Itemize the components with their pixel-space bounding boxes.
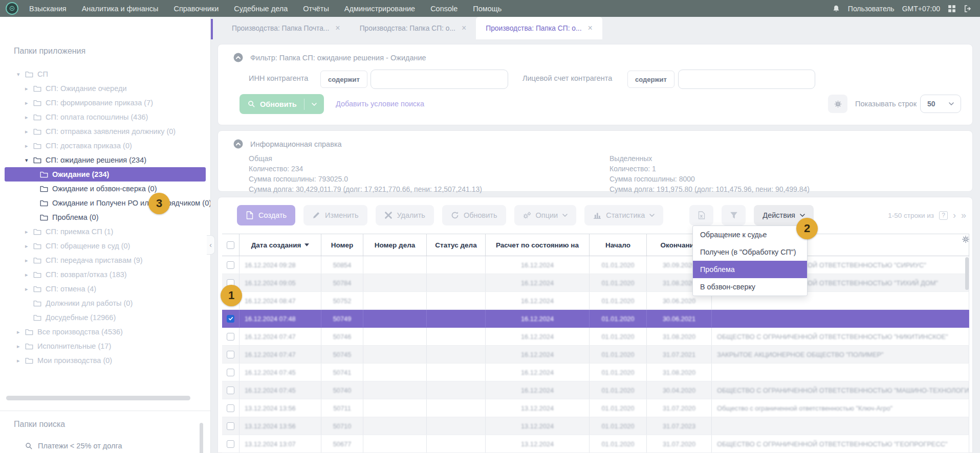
create-button[interactable]: Создать bbox=[237, 205, 295, 225]
nav-item-2[interactable]: Аналитика и финансы bbox=[82, 5, 159, 13]
column-header-number[interactable]: Номер bbox=[321, 234, 363, 256]
table-row[interactable]: 16.12.2024 09:285085416.12.202401.01.202… bbox=[222, 256, 969, 274]
delete-button[interactable]: Удалить bbox=[376, 205, 434, 225]
nav-item-8[interactable]: Помощь bbox=[473, 5, 502, 13]
table-row[interactable]: 16.12.2024 08:475075216.12.202401.01.202… bbox=[222, 292, 969, 310]
tree-collapsed-arrow-icon[interactable]: ▸ bbox=[25, 243, 33, 250]
column-header-select[interactable] bbox=[222, 234, 239, 256]
table-row[interactable]: 16.12.2024 07:475074516.12.202401.01.202… bbox=[222, 346, 969, 364]
select-all-checkbox[interactable] bbox=[227, 241, 234, 249]
row-checkbox[interactable] bbox=[227, 440, 234, 448]
app-logo-icon[interactable] bbox=[6, 2, 18, 15]
sidebar-collapse-handle[interactable]: ‹ bbox=[207, 235, 215, 255]
close-tab-icon[interactable]: × bbox=[335, 24, 340, 32]
tree-collapsed-arrow-icon[interactable]: ▸ bbox=[25, 257, 33, 264]
tab-1[interactable]: Производства: Папка Почта...× bbox=[222, 17, 350, 39]
filter-settings-gear-icon[interactable] bbox=[828, 95, 847, 113]
column-header-calc-date[interactable]: Расчет по состоянию на bbox=[486, 234, 590, 256]
tree-item[interactable]: ▸СП: отправка заявления должнику (0) bbox=[0, 124, 210, 139]
tree-collapsed-arrow-icon[interactable]: ▸ bbox=[25, 128, 33, 135]
nav-item-7[interactable]: Console bbox=[430, 5, 458, 13]
tab-3[interactable]: Производства: Папка СП: о...× bbox=[476, 17, 602, 39]
user-menu[interactable]: Пользователь bbox=[848, 5, 895, 13]
actions-menu-item[interactable]: Проблема bbox=[693, 261, 807, 278]
add-search-condition-link[interactable]: Добавить условие поиска bbox=[336, 100, 424, 108]
tree-item[interactable]: Ожидание и обзвон-сверка (0) bbox=[0, 182, 210, 196]
table-row[interactable]: 16.12.2024 07:455074016.12.202401.01.202… bbox=[222, 381, 969, 399]
total-count-unknown-button[interactable]: ? bbox=[939, 211, 948, 220]
tree-item[interactable]: ▾СП bbox=[0, 67, 210, 81]
collapse-info-icon[interactable] bbox=[233, 139, 243, 149]
tree-item[interactable]: ▸Мои производства (0) bbox=[0, 353, 210, 368]
nav-item-3[interactable]: Справочники bbox=[173, 5, 219, 13]
table-row[interactable]: 16.12.2024 09:055078416.12.202401.01.202… bbox=[222, 274, 969, 292]
row-checkbox[interactable] bbox=[227, 404, 234, 412]
actions-menu-item[interactable]: В обзвон-сверку bbox=[693, 278, 807, 296]
tree-collapsed-arrow-icon[interactable]: ▸ bbox=[25, 114, 33, 121]
row-checkbox[interactable] bbox=[227, 333, 234, 341]
table-row[interactable]: 13.12.2024 13:565071113.12.202401.01.202… bbox=[222, 399, 969, 417]
tree-item[interactable]: ▸СП: приемка СП (1) bbox=[0, 224, 210, 239]
next-page-icon[interactable]: › bbox=[953, 211, 956, 220]
row-checkbox[interactable] bbox=[227, 422, 234, 430]
inn-input[interactable] bbox=[371, 70, 508, 89]
nav-item-1[interactable]: Взыскания bbox=[29, 5, 67, 13]
row-checkbox[interactable] bbox=[227, 261, 234, 269]
tree-item[interactable]: ▸СП: отмена (4) bbox=[0, 282, 210, 296]
tree-item[interactable]: ▸СП: возврат/отказ (183) bbox=[0, 267, 210, 282]
actions-menu-item[interactable]: Получен (в "Обработку СП") bbox=[693, 243, 807, 261]
tree-collapsed-arrow-icon[interactable]: ▸ bbox=[17, 343, 25, 350]
tree-item[interactable]: ▸Все производства (4536) bbox=[0, 325, 210, 339]
tree-item[interactable]: Досудебные (12966) bbox=[0, 310, 210, 325]
refresh-dropdown-caret[interactable] bbox=[304, 103, 324, 106]
statistics-button[interactable]: Статистика bbox=[584, 205, 663, 225]
column-header-case-status[interactable]: Статус дела bbox=[427, 234, 486, 256]
table-row[interactable]: 13.12.2024 13:565071013.12.202401.01.202… bbox=[222, 417, 969, 435]
tree-item[interactable]: ▸СП: доставка приказа (0) bbox=[0, 139, 210, 153]
actions-menu-item[interactable]: Обращение к судье bbox=[693, 226, 807, 243]
refresh-button[interactable]: Обновить bbox=[442, 205, 506, 225]
filter-button[interactable] bbox=[722, 205, 746, 225]
table-row[interactable]: 16.12.2024 07:455074116.12.202401.01.202… bbox=[222, 364, 969, 381]
nav-item-6[interactable]: Администрирование bbox=[344, 5, 415, 13]
row-checkbox[interactable] bbox=[227, 387, 234, 394]
sidebar-horizontal-scrollbar[interactable] bbox=[6, 396, 190, 400]
tree-item[interactable]: Ожидание и Получен РО или подрядчиком (0… bbox=[0, 196, 210, 210]
tree-collapsed-arrow-icon[interactable]: ▸ bbox=[25, 143, 33, 149]
tree-item[interactable]: ▸СП: передача приставам (9) bbox=[0, 253, 210, 267]
close-tab-icon[interactable]: × bbox=[462, 24, 466, 32]
tree-collapsed-arrow-icon[interactable]: ▸ bbox=[25, 271, 33, 278]
search-folder-item[interactable]: Платежи < 25% от долга bbox=[0, 439, 210, 453]
apps-grid-icon[interactable] bbox=[948, 5, 956, 13]
tree-collapsed-arrow-icon[interactable]: ▸ bbox=[25, 286, 33, 292]
tree-expanded-arrow-icon[interactable]: ▾ bbox=[25, 157, 33, 164]
account-operator-button[interactable]: содержит bbox=[627, 71, 674, 88]
table-vertical-scrollbar[interactable] bbox=[965, 257, 969, 290]
tree-item[interactable]: ▸СП: обращение в суд (0) bbox=[0, 239, 210, 253]
collapse-filter-icon[interactable] bbox=[233, 53, 243, 62]
column-settings-gear-icon[interactable] bbox=[962, 235, 970, 243]
excel-export-button[interactable] bbox=[689, 205, 713, 225]
tab-2[interactable]: Производства: Папка СП: о...× bbox=[350, 17, 476, 39]
tree-expanded-arrow-icon[interactable]: ▾ bbox=[17, 71, 25, 78]
close-tab-icon[interactable]: × bbox=[588, 24, 593, 32]
tree-item[interactable]: ▸СП: формирование приказа (7) bbox=[0, 96, 210, 110]
tree-collapsed-arrow-icon[interactable]: ▸ bbox=[25, 100, 33, 106]
row-checkbox[interactable] bbox=[227, 351, 234, 358]
options-button[interactable]: Опции bbox=[514, 205, 577, 225]
row-checkbox[interactable] bbox=[227, 369, 234, 376]
table-row[interactable]: 16.12.2024 07:485074916.12.202401.01.202… bbox=[222, 310, 969, 328]
column-header-case-number[interactable]: Номер дела bbox=[363, 234, 427, 256]
rows-per-page-select[interactable]: 50 bbox=[920, 95, 961, 113]
nav-item-4[interactable]: Судебные дела bbox=[234, 5, 288, 13]
tree-collapsed-arrow-icon[interactable]: ▸ bbox=[17, 329, 25, 335]
nav-item-5[interactable]: Отчёты bbox=[303, 5, 329, 13]
column-header-start[interactable]: Начало bbox=[590, 234, 647, 256]
row-checkbox[interactable] bbox=[227, 315, 234, 323]
table-row[interactable]: 13.12.2024 13:075067713.12.202401.01.202… bbox=[222, 435, 969, 453]
filter-refresh-button[interactable]: Обновить bbox=[239, 94, 324, 114]
tree-item[interactable]: Проблема (0) bbox=[0, 210, 210, 224]
tree-collapsed-arrow-icon[interactable]: ▸ bbox=[25, 229, 33, 235]
column-header-created[interactable]: Дата создания bbox=[239, 234, 321, 256]
tree-collapsed-arrow-icon[interactable]: ▸ bbox=[17, 357, 25, 364]
